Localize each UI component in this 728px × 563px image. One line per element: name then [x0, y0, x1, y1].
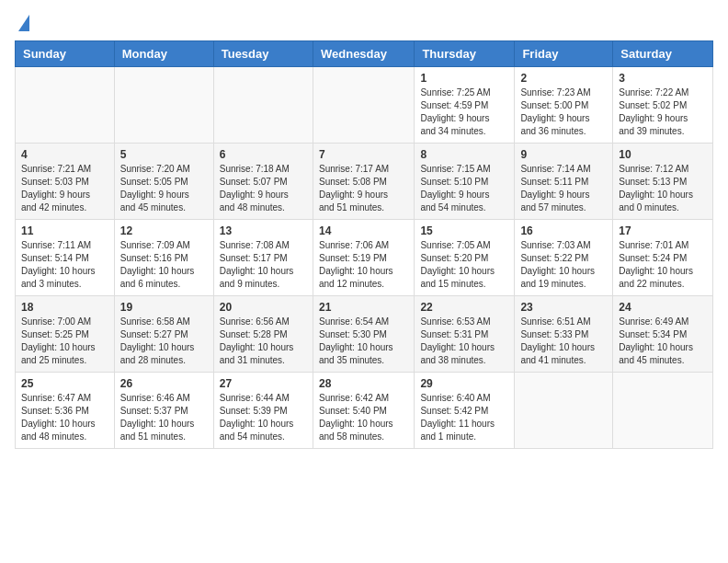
calendar-header-wednesday: Wednesday — [313, 41, 414, 67]
day-number: 16 — [520, 224, 607, 237]
logo-triangle-icon — [18, 15, 29, 31]
day-info: Sunrise: 6:53 AM Sunset: 5:31 PM Dayligh… — [420, 316, 508, 367]
day-info: Sunrise: 7:15 AM Sunset: 5:10 PM Dayligh… — [420, 163, 508, 214]
calendar-cell: 25Sunrise: 6:47 AM Sunset: 5:36 PM Dayli… — [16, 373, 115, 449]
calendar-cell: 19Sunrise: 6:58 AM Sunset: 5:27 PM Dayli… — [114, 296, 213, 373]
calendar-cell: 27Sunrise: 6:44 AM Sunset: 5:39 PM Dayli… — [213, 373, 313, 449]
day-info: Sunrise: 6:56 AM Sunset: 5:28 PM Dayligh… — [220, 316, 307, 367]
day-info: Sunrise: 7:12 AM Sunset: 5:13 PM Dayligh… — [619, 163, 707, 214]
day-number: 6 — [220, 148, 307, 161]
calendar-cell: 3Sunrise: 7:22 AM Sunset: 5:02 PM Daylig… — [613, 67, 713, 144]
day-number: 25 — [21, 377, 108, 390]
day-number: 17 — [619, 224, 707, 237]
day-number: 24 — [619, 301, 707, 314]
day-info: Sunrise: 7:21 AM Sunset: 5:03 PM Dayligh… — [21, 163, 108, 214]
calendar-header-tuesday: Tuesday — [213, 41, 313, 67]
calendar-table: SundayMondayTuesdayWednesdayThursdayFrid… — [15, 40, 713, 449]
calendar-cell: 16Sunrise: 7:03 AM Sunset: 5:22 PM Dayli… — [515, 220, 613, 296]
day-info: Sunrise: 7:01 AM Sunset: 5:24 PM Dayligh… — [619, 239, 707, 291]
calendar-cell — [213, 67, 313, 144]
day-info: Sunrise: 7:23 AM Sunset: 5:00 PM Dayligh… — [520, 86, 607, 138]
day-number: 8 — [420, 148, 508, 161]
calendar-week-row: 1Sunrise: 7:25 AM Sunset: 4:59 PM Daylig… — [16, 67, 713, 144]
day-number: 7 — [319, 148, 408, 161]
day-info: Sunrise: 6:44 AM Sunset: 5:39 PM Dayligh… — [220, 392, 307, 443]
calendar-week-row: 18Sunrise: 7:00 AM Sunset: 5:25 PM Dayli… — [16, 296, 713, 373]
calendar-week-row: 25Sunrise: 6:47 AM Sunset: 5:36 PM Dayli… — [16, 373, 713, 449]
calendar-cell: 21Sunrise: 6:54 AM Sunset: 5:30 PM Dayli… — [313, 296, 414, 373]
day-number: 28 — [319, 377, 408, 390]
calendar-cell — [515, 373, 613, 449]
calendar-header-friday: Friday — [515, 41, 613, 67]
day-number: 9 — [520, 148, 607, 161]
day-info: Sunrise: 7:09 AM Sunset: 5:16 PM Dayligh… — [120, 239, 208, 291]
day-number: 2 — [520, 72, 607, 85]
day-info: Sunrise: 6:54 AM Sunset: 5:30 PM Dayligh… — [319, 316, 408, 367]
calendar-cell: 26Sunrise: 6:46 AM Sunset: 5:37 PM Dayli… — [114, 373, 213, 449]
day-number: 22 — [420, 301, 508, 314]
day-info: Sunrise: 7:18 AM Sunset: 5:07 PM Dayligh… — [220, 163, 307, 214]
day-info: Sunrise: 7:00 AM Sunset: 5:25 PM Dayligh… — [21, 316, 108, 367]
calendar-header-saturday: Saturday — [613, 41, 713, 67]
calendar-cell: 1Sunrise: 7:25 AM Sunset: 4:59 PM Daylig… — [415, 67, 515, 144]
calendar-cell: 20Sunrise: 6:56 AM Sunset: 5:28 PM Dayli… — [213, 296, 313, 373]
calendar-cell: 28Sunrise: 6:42 AM Sunset: 5:40 PM Dayli… — [313, 373, 414, 449]
day-info: Sunrise: 7:20 AM Sunset: 5:05 PM Dayligh… — [120, 163, 208, 214]
day-info: Sunrise: 6:51 AM Sunset: 5:33 PM Dayligh… — [520, 316, 607, 367]
calendar-cell: 14Sunrise: 7:06 AM Sunset: 5:19 PM Dayli… — [313, 220, 414, 296]
calendar-cell: 12Sunrise: 7:09 AM Sunset: 5:16 PM Dayli… — [114, 220, 213, 296]
day-info: Sunrise: 7:08 AM Sunset: 5:17 PM Dayligh… — [220, 239, 307, 291]
day-info: Sunrise: 7:03 AM Sunset: 5:22 PM Dayligh… — [520, 239, 607, 291]
calendar-header-monday: Monday — [114, 41, 213, 67]
calendar-header-row: SundayMondayTuesdayWednesdayThursdayFrid… — [16, 41, 713, 67]
day-number: 5 — [120, 148, 208, 161]
day-info: Sunrise: 6:46 AM Sunset: 5:37 PM Dayligh… — [120, 392, 208, 443]
day-number: 1 — [420, 72, 508, 85]
day-info: Sunrise: 6:47 AM Sunset: 5:36 PM Dayligh… — [21, 392, 108, 443]
calendar-cell: 13Sunrise: 7:08 AM Sunset: 5:17 PM Dayli… — [213, 220, 313, 296]
day-info: Sunrise: 7:14 AM Sunset: 5:11 PM Dayligh… — [520, 163, 607, 214]
calendar-cell: 5Sunrise: 7:20 AM Sunset: 5:05 PM Daylig… — [114, 144, 213, 220]
day-number: 3 — [619, 72, 707, 85]
calendar-cell: 6Sunrise: 7:18 AM Sunset: 5:07 PM Daylig… — [213, 144, 313, 220]
day-number: 4 — [21, 148, 108, 161]
logo — [15, 15, 29, 31]
day-info: Sunrise: 6:49 AM Sunset: 5:34 PM Dayligh… — [619, 316, 707, 367]
calendar-cell: 24Sunrise: 6:49 AM Sunset: 5:34 PM Dayli… — [613, 296, 713, 373]
day-number: 15 — [420, 224, 508, 237]
calendar-cell: 7Sunrise: 7:17 AM Sunset: 5:08 PM Daylig… — [313, 144, 414, 220]
calendar-cell: 17Sunrise: 7:01 AM Sunset: 5:24 PM Dayli… — [613, 220, 713, 296]
calendar-week-row: 4Sunrise: 7:21 AM Sunset: 5:03 PM Daylig… — [16, 144, 713, 220]
calendar-cell: 23Sunrise: 6:51 AM Sunset: 5:33 PM Dayli… — [515, 296, 613, 373]
calendar-header-thursday: Thursday — [415, 41, 515, 67]
calendar-cell — [613, 373, 713, 449]
calendar-cell: 15Sunrise: 7:05 AM Sunset: 5:20 PM Dayli… — [415, 220, 515, 296]
day-info: Sunrise: 7:22 AM Sunset: 5:02 PM Dayligh… — [619, 86, 707, 138]
day-number: 11 — [21, 224, 108, 237]
day-info: Sunrise: 7:17 AM Sunset: 5:08 PM Dayligh… — [319, 163, 408, 214]
day-number: 29 — [420, 377, 508, 390]
day-number: 18 — [21, 301, 108, 314]
calendar-cell: 11Sunrise: 7:11 AM Sunset: 5:14 PM Dayli… — [16, 220, 115, 296]
calendar-cell: 4Sunrise: 7:21 AM Sunset: 5:03 PM Daylig… — [16, 144, 115, 220]
day-number: 20 — [220, 301, 307, 314]
calendar-cell: 18Sunrise: 7:00 AM Sunset: 5:25 PM Dayli… — [16, 296, 115, 373]
calendar-cell: 10Sunrise: 7:12 AM Sunset: 5:13 PM Dayli… — [613, 144, 713, 220]
day-number: 14 — [319, 224, 408, 237]
calendar-cell: 29Sunrise: 6:40 AM Sunset: 5:42 PM Dayli… — [415, 373, 515, 449]
day-info: Sunrise: 7:11 AM Sunset: 5:14 PM Dayligh… — [21, 239, 108, 291]
calendar-cell — [16, 67, 115, 144]
calendar-header-sunday: Sunday — [16, 41, 115, 67]
calendar-cell: 22Sunrise: 6:53 AM Sunset: 5:31 PM Dayli… — [415, 296, 515, 373]
calendar-cell — [114, 67, 213, 144]
day-number: 23 — [520, 301, 607, 314]
calendar-cell: 8Sunrise: 7:15 AM Sunset: 5:10 PM Daylig… — [415, 144, 515, 220]
day-number: 26 — [120, 377, 208, 390]
day-number: 10 — [619, 148, 707, 161]
day-number: 12 — [120, 224, 208, 237]
day-info: Sunrise: 6:42 AM Sunset: 5:40 PM Dayligh… — [319, 392, 408, 443]
day-info: Sunrise: 7:06 AM Sunset: 5:19 PM Dayligh… — [319, 239, 408, 291]
day-info: Sunrise: 7:05 AM Sunset: 5:20 PM Dayligh… — [420, 239, 508, 291]
calendar-cell — [313, 67, 414, 144]
calendar-cell: 2Sunrise: 7:23 AM Sunset: 5:00 PM Daylig… — [515, 67, 613, 144]
